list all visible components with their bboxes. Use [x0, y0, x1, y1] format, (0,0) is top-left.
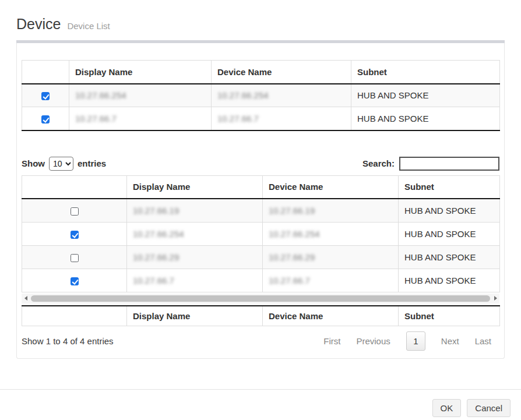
pagination-last[interactable]: Last	[475, 336, 491, 346]
page-subtitle: Device List	[67, 21, 110, 31]
selected-table-header-row: Display Name Device Name Subnet	[22, 61, 500, 84]
device-dialog: Device Device List Display Name Device N…	[0, 0, 521, 359]
column-header-device-name: Device Name	[263, 175, 399, 199]
horizontal-scrollbar[interactable]	[22, 294, 499, 303]
redacted-device-name: 10.27.66.254	[217, 90, 269, 100]
search-input[interactable]	[399, 157, 499, 171]
column-header-device-name: Device Name	[212, 61, 351, 84]
entries-label: entries	[78, 158, 106, 168]
table-row: 10.27.66.7 10.27.66.7 HUB AND SPOKE	[22, 107, 500, 130]
table-row: 10.27.66.7 10.27.66.7 HUB AND SPOKE	[22, 269, 500, 292]
redacted-device-name: 10.27.66.7	[217, 114, 259, 123]
redacted-display-name: 10.27.66.254	[133, 229, 184, 239]
device-table-footer-row: Display Name Device Name Subnet	[22, 306, 500, 326]
device-name-cell: 10.27.66.254	[263, 222, 399, 245]
subnet-cell: HUB AND SPOKE	[399, 199, 500, 222]
display-name-cell: 10.27.66.29	[127, 245, 263, 269]
search-group: Search:	[362, 157, 499, 171]
redacted-display-name: 10.27.66.254	[75, 90, 126, 100]
footer-column-checkbox	[22, 306, 127, 326]
table-row: 10.27.66.29 10.27.66.29 HUB AND SPOKE	[22, 245, 500, 269]
checkbox-cell	[22, 245, 127, 269]
search-label: Search:	[362, 158, 395, 168]
cancel-button[interactable]: Cancel	[467, 399, 511, 417]
checkbox-cell	[22, 84, 69, 107]
redacted-device-name: 10.27.66.7	[269, 276, 310, 285]
ok-button[interactable]: OK	[432, 399, 462, 417]
subnet-cell: HUB AND SPOKE	[399, 222, 500, 245]
dialog-actions: OK Cancel	[0, 390, 521, 417]
footer-column-subnet: Subnet	[399, 306, 500, 326]
device-name-cell: 10.27.66.7	[263, 269, 399, 292]
scroll-right-button[interactable]	[491, 296, 499, 301]
redacted-device-name: 10.27.66.254	[269, 229, 320, 239]
subnet-cell: HUB AND SPOKE	[351, 107, 500, 130]
scroll-left-icon	[24, 296, 27, 301]
show-entries-select[interactable]: 10	[49, 157, 73, 171]
display-name-cell: 10.27.66.19	[127, 199, 263, 222]
pagination-first[interactable]: First	[323, 336, 340, 346]
redacted-device-name: 10.27.66.19	[269, 206, 315, 216]
footer-column-display-name: Display Name	[127, 306, 263, 326]
device-name-cell: 10.27.66.19	[263, 199, 399, 222]
redacted-display-name: 10.27.66.29	[133, 252, 179, 262]
display-name-cell: 10.27.66.254	[127, 222, 263, 245]
dialog-header: Device Device List	[16, 0, 505, 33]
table-row: 10.27.66.254 10.27.66.254 HUB AND SPOKE	[22, 84, 500, 107]
redacted-device-name: 10.27.66.29	[269, 252, 315, 262]
display-name-cell: 10.27.66.7	[69, 107, 212, 130]
entries-info: Show 1 to 4 of 4 entries	[22, 336, 114, 346]
device-table-footer: Display Name Device Name Subnet	[22, 305, 500, 327]
device-name-cell: 10.27.66.7	[212, 107, 351, 130]
scrollbar-thumb[interactable]	[31, 295, 490, 302]
table-controls: Show 10 entries Search:	[22, 157, 499, 171]
column-header-subnet: Subnet	[399, 175, 500, 199]
pagination-current-page[interactable]: 1	[406, 331, 425, 351]
checkbox-cell	[22, 269, 127, 292]
row-checkbox[interactable]	[71, 207, 79, 216]
column-header-checkbox	[22, 175, 127, 199]
column-header-checkbox	[22, 61, 69, 84]
footer-column-device-name: Device Name	[263, 306, 399, 326]
show-entries-group: Show 10 entries	[22, 157, 106, 171]
device-name-cell: 10.27.66.254	[212, 84, 351, 107]
page-title: Device	[16, 16, 61, 33]
device-name-cell: 10.27.66.29	[263, 245, 399, 269]
subnet-cell: HUB AND SPOKE	[399, 269, 500, 292]
pagination-previous[interactable]: Previous	[356, 336, 390, 346]
table-row: 10.27.66.19 10.27.66.19 HUB AND SPOKE	[22, 199, 500, 222]
table-row: 10.27.66.254 10.27.66.254 HUB AND SPOKE	[22, 222, 500, 245]
redacted-display-name: 10.27.66.7	[75, 114, 117, 123]
row-checkbox[interactable]	[71, 277, 79, 285]
row-checkbox[interactable]	[71, 231, 79, 239]
redacted-display-name: 10.27.66.19	[133, 206, 179, 216]
row-checkbox[interactable]	[41, 92, 50, 100]
checkbox-cell	[22, 107, 69, 130]
checkbox-cell	[22, 222, 127, 245]
redacted-display-name: 10.27.66.7	[133, 276, 174, 285]
show-label: Show	[22, 158, 45, 168]
column-header-subnet: Subnet	[351, 61, 500, 84]
display-name-cell: 10.27.66.7	[127, 269, 263, 292]
checkbox-cell	[22, 199, 127, 222]
pagination: First Previous 1 Next Last	[323, 331, 491, 351]
display-name-cell: 10.27.66.254	[69, 84, 212, 107]
row-checkbox[interactable]	[71, 254, 79, 262]
table-info-row: Show 1 to 4 of 4 entries First Previous …	[22, 331, 499, 351]
selected-devices-table: Display Name Device Name Subnet 10.27.66…	[22, 60, 500, 131]
column-header-display-name: Display Name	[69, 61, 212, 84]
device-table-header-row: Display Name Device Name Subnet	[22, 175, 500, 199]
device-list-panel: Display Name Device Name Subnet 10.27.66…	[16, 43, 505, 359]
scroll-left-button[interactable]	[22, 296, 30, 301]
pagination-next[interactable]: Next	[441, 336, 459, 346]
device-table: Display Name Device Name Subnet 10.27.66…	[22, 175, 500, 292]
subnet-cell: HUB AND SPOKE	[399, 245, 500, 269]
scroll-right-icon	[494, 296, 497, 301]
subnet-cell: HUB AND SPOKE	[351, 84, 500, 107]
row-checkbox[interactable]	[41, 115, 50, 123]
column-header-display-name: Display Name	[127, 175, 263, 199]
